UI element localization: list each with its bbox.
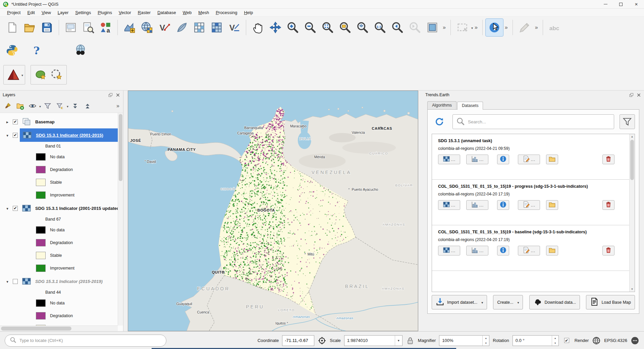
add-layers-button[interactable]: ... [438, 246, 460, 255]
add-mesh-layer-button[interactable] [191, 19, 208, 36]
delete-dataset-button[interactable] [602, 200, 614, 210]
scrollbar-thumb[interactable] [1, 327, 71, 331]
new-virtual-layer-button[interactable]: V [225, 19, 243, 36]
new-shapefile-layer-button[interactable] [173, 19, 191, 36]
dataset-entry[interactable]: SDG 15.3.1 (unnamed task) colombia-all-r… [432, 134, 629, 180]
layer-checkbox[interactable] [13, 279, 18, 284]
create-button[interactable]: Create... [493, 295, 523, 309]
add-raster-layer-button[interactable] [138, 19, 156, 36]
help-button[interactable]: ? [28, 42, 46, 59]
new-print-layout-button[interactable] [62, 19, 79, 36]
filter-by-expression-button[interactable]: ε [54, 101, 66, 111]
delete-dataset-button[interactable] [602, 246, 614, 255]
trends-earth-land-cover-button[interactable] [33, 67, 49, 83]
magnifier-spinbox[interactable]: 100% [439, 335, 489, 346]
pan-map-button[interactable] [249, 19, 267, 36]
panel-splitter-right[interactable] [418, 91, 423, 331]
zoom-out-button[interactable] [302, 19, 319, 36]
tab-datasets[interactable]: Datasets [457, 102, 483, 110]
layers-vertical-scrollbar[interactable] [118, 113, 123, 326]
layer-row-sdg-2001-2015-updated[interactable]: SDG 15.3.1 Indicator (2001-2015 updated) [0, 201, 123, 215]
new-map-view-button[interactable] [424, 19, 441, 36]
report-button[interactable]: ... [518, 200, 540, 210]
trends-earth-button[interactable] [5, 67, 21, 83]
menu-processing[interactable]: Processing [213, 9, 240, 16]
open-layer-styling-button[interactable] [2, 101, 13, 111]
menu-raster[interactable]: Raster [135, 9, 154, 16]
map-svg[interactable]: JOSÉPuerto LimonPANAMA CITYDavidBarranqu… [128, 91, 418, 331]
dataset-search[interactable] [452, 114, 614, 129]
dataset-info-button[interactable] [497, 246, 509, 255]
dataset-info-button[interactable] [497, 200, 509, 210]
new-project-button[interactable] [3, 19, 21, 36]
expand-all-button[interactable] [69, 101, 81, 111]
open-folder-button[interactable] [546, 155, 558, 164]
expander-icon[interactable] [4, 206, 11, 211]
mesh-calculator-button[interactable] [208, 19, 225, 36]
scale-combo[interactable]: 1:9874010 [344, 335, 402, 346]
scale-combo-arrow[interactable] [395, 336, 402, 346]
expander-icon[interactable] [4, 133, 11, 138]
scale-lock-icon[interactable] [406, 336, 415, 345]
toolbar-overflow-select[interactable] [473, 24, 479, 31]
zoom-native-button[interactable]: 1:1 [371, 19, 389, 36]
data-source-manager-button[interactable] [121, 19, 138, 36]
dataset-search-input[interactable] [468, 119, 610, 124]
toolbar-overflow-edit[interactable] [533, 24, 540, 31]
menu-web[interactable]: Web [180, 9, 195, 16]
add-group-button[interactable] [14, 101, 26, 111]
undock-trends-panel-button[interactable] [629, 93, 634, 98]
tab-algorithms[interactable]: Algorithms [427, 101, 457, 109]
spin-arrows[interactable] [482, 336, 489, 346]
locator-bar[interactable] [5, 335, 166, 347]
toggle-editing-button[interactable] [516, 19, 533, 36]
scrollbar-thumb[interactable] [630, 140, 634, 180]
minimize-button[interactable] [598, 0, 613, 8]
filter-datasets-button[interactable] [620, 114, 635, 129]
menu-vector[interactable]: Vector [116, 9, 134, 16]
zoom-to-selection-button[interactable] [336, 19, 354, 36]
save-project-button[interactable] [38, 19, 56, 36]
refresh-datasets-button[interactable] [432, 114, 447, 129]
charts-button[interactable]: ... [466, 246, 488, 255]
delete-dataset-button[interactable] [602, 155, 614, 164]
menu-mesh[interactable]: Mesh [195, 9, 212, 16]
trends-earth-dropdown[interactable] [21, 72, 23, 77]
locator-input[interactable] [19, 338, 161, 343]
menu-edit[interactable]: Edit [24, 9, 38, 16]
dataset-entry[interactable]: COL_SDG_1531_TE_01_15_to_15)19 - progres… [432, 180, 629, 225]
load-base-map-button[interactable]: Load Base Map [586, 295, 635, 309]
report-button[interactable]: ... [518, 155, 540, 164]
zoom-full-button[interactable] [319, 19, 336, 36]
close-button[interactable] [629, 0, 644, 8]
layer-checkbox[interactable] [13, 206, 18, 211]
zoom-to-layer-button[interactable] [354, 19, 371, 36]
map-themes-dropdown[interactable] [39, 104, 41, 109]
dataset-entry[interactable]: COL_SDG_1531_TE_01_15_to_15)19 - baselin… [432, 225, 629, 271]
charts-button[interactable]: ... [466, 155, 488, 164]
select-features-button[interactable] [454, 19, 471, 36]
zoom-next-button[interactable] [406, 19, 424, 36]
scroll-down-arrow[interactable] [630, 287, 635, 292]
collapse-all-button[interactable] [82, 101, 93, 111]
layer-checkbox[interactable] [13, 133, 18, 138]
layer-row-sdg-2015-2019[interactable]: SDG 15.3.1 Indicator (2015-2019) [0, 275, 123, 288]
identify-features-button[interactable]: i [486, 19, 503, 36]
maximize-button[interactable] [613, 0, 629, 8]
rotation-spinbox[interactable]: 0.0 ° [513, 335, 559, 346]
scrollbar-thumb[interactable] [119, 114, 122, 181]
menu-view[interactable]: View [39, 9, 54, 16]
expander-icon[interactable] [4, 119, 11, 124]
menu-settings[interactable]: Settings [72, 9, 94, 16]
layout-manager-button[interactable] [79, 19, 97, 36]
expander-icon[interactable] [4, 279, 11, 284]
dataset-list-scrollbar[interactable] [629, 134, 635, 292]
undock-layers-panel-button[interactable] [108, 93, 113, 98]
layer-checkbox[interactable] [13, 119, 18, 124]
open-project-button[interactable] [21, 19, 38, 36]
import-dataset-button[interactable]: Import dataset... [432, 295, 487, 309]
layer-row-sdg-2001-2015[interactable]: SDG 15.3.1 Indicator (2001-2015) [0, 128, 123, 142]
add-layers-button[interactable]: ... [438, 200, 460, 210]
zoom-in-button[interactable] [284, 19, 302, 36]
manage-map-themes-button[interactable] [27, 101, 38, 111]
